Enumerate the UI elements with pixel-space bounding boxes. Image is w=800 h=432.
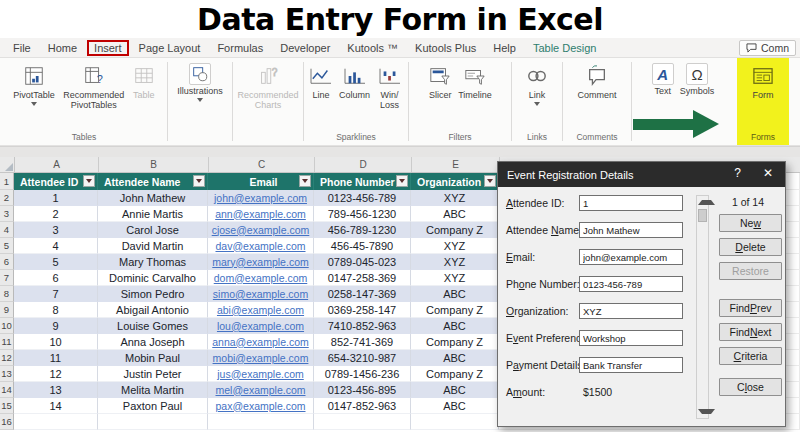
select-all-corner[interactable] xyxy=(0,157,15,172)
cell-email-link[interactable]: ann@example.com xyxy=(208,206,314,222)
comment-button[interactable]: Comment xyxy=(575,62,618,131)
row-number[interactable]: 12 xyxy=(0,350,14,366)
tab-home[interactable]: Home xyxy=(48,42,77,54)
phone-number-input[interactable] xyxy=(579,276,683,292)
row-number[interactable]: 9 xyxy=(0,302,14,318)
cell-phone-number[interactable]: 0369-258-147 xyxy=(314,302,411,318)
new-button[interactable]: New xyxy=(719,214,782,232)
link-button[interactable]: Link xyxy=(523,62,551,131)
cell-organization[interactable]: Company Z xyxy=(411,366,499,382)
illustrations-button[interactable]: Illustrations xyxy=(175,62,225,131)
empty-cell[interactable] xyxy=(314,414,411,430)
cell-attendee-id[interactable]: 14 xyxy=(14,398,98,414)
cell-phone-number[interactable]: 852-741-369 xyxy=(314,334,411,350)
cell-attendee-name[interactable]: Anna Joseph xyxy=(98,334,208,350)
header-organization[interactable]: Organization xyxy=(411,173,499,190)
column-header-c[interactable]: C xyxy=(209,157,315,172)
cell-attendee-id[interactable]: 7 xyxy=(14,286,98,302)
cell-phone-number[interactable]: 654-3210-987 xyxy=(314,350,411,366)
comments-panel-button[interactable]: Comn xyxy=(739,40,796,56)
symbols-button[interactable]: Ω Symbols xyxy=(678,62,717,131)
empty-cell[interactable] xyxy=(208,414,314,430)
organization-input[interactable] xyxy=(579,303,683,319)
timeline-button[interactable]: Timeline xyxy=(456,62,494,131)
header-email[interactable]: Email xyxy=(208,173,314,190)
tab-insert[interactable]: Insert xyxy=(87,40,129,56)
cell-attendee-name[interactable]: Melita Martin xyxy=(98,382,208,398)
cell-attendee-id[interactable]: 1 xyxy=(14,190,98,206)
cell-organization[interactable]: Company Z xyxy=(411,334,499,350)
cell-email-link[interactable]: mobi@example.com xyxy=(208,350,314,366)
tab-help[interactable]: Help xyxy=(493,42,516,54)
cell-attendee-name[interactable]: Louise Gomes xyxy=(98,318,208,334)
line-sparkline-button[interactable]: Line xyxy=(307,62,335,131)
criteria-button[interactable]: Criteria xyxy=(719,347,782,365)
filter-dropdown-icon[interactable] xyxy=(484,175,496,187)
cell-email-link[interactable]: cjose@example.com xyxy=(208,222,314,238)
row-number[interactable]: 11 xyxy=(0,334,14,350)
cell-phone-number[interactable]: 0789-045-023 xyxy=(314,254,411,270)
slicer-button[interactable]: Slicer xyxy=(426,62,454,131)
row-number[interactable]: 15 xyxy=(0,398,14,414)
cell-organization[interactable]: ABC xyxy=(411,206,499,222)
cell-attendee-id[interactable]: 13 xyxy=(14,382,98,398)
close-button[interactable]: Close xyxy=(719,378,782,396)
cell-phone-number[interactable]: 0789-1456-236 xyxy=(314,366,411,382)
tab-page-layout[interactable]: Page Layout xyxy=(139,42,201,54)
cell-organization[interactable]: ABC xyxy=(411,318,499,334)
tab-kutools[interactable]: Kutools ™ xyxy=(347,42,398,54)
header-attendee-name[interactable]: Attendee Name xyxy=(98,173,208,190)
row-number[interactable]: 7 xyxy=(0,270,14,286)
column-header-e[interactable]: E xyxy=(412,157,500,172)
table-button[interactable]: Table xyxy=(131,62,157,131)
cell-organization[interactable]: ABC xyxy=(411,350,499,366)
cell-attendee-id[interactable]: 11 xyxy=(14,350,98,366)
pivottable-button[interactable]: PivotTable xyxy=(11,62,57,131)
cell-organization[interactable]: ABC xyxy=(411,398,499,414)
cell-email-link[interactable]: mary@example.com xyxy=(208,254,314,270)
cell-phone-number[interactable]: 0123-456-895 xyxy=(314,382,411,398)
winloss-sparkline-button[interactable]: Win/ Loss xyxy=(374,62,405,131)
tab-file[interactable]: File xyxy=(13,42,31,54)
cell-attendee-name[interactable]: Mobin Paul xyxy=(98,350,208,366)
tab-table-design[interactable]: Table Design xyxy=(533,42,597,54)
column-header-a[interactable]: A xyxy=(15,157,99,172)
filter-dropdown-icon[interactable] xyxy=(193,175,205,187)
cell-email-link[interactable]: jus@example.com xyxy=(208,366,314,382)
cell-attendee-id[interactable]: 9 xyxy=(14,318,98,334)
row-number[interactable]: 6 xyxy=(0,254,14,270)
cell-attendee-id[interactable]: 3 xyxy=(14,222,98,238)
delete-button[interactable]: Delete xyxy=(719,238,782,256)
scroll-down-icon[interactable] xyxy=(698,409,715,414)
row-number[interactable]: 16 xyxy=(0,414,14,430)
cell-attendee-id[interactable]: 5 xyxy=(14,254,98,270)
cell-email-link[interactable]: lou@example.com xyxy=(208,318,314,334)
cell-phone-number[interactable]: 0147-258-369 xyxy=(314,270,411,286)
scroll-thumb[interactable] xyxy=(698,209,707,222)
cell-attendee-name[interactable]: Simon Pedro xyxy=(98,286,208,302)
column-sparkline-button[interactable]: Column xyxy=(337,62,372,131)
cell-organization[interactable]: Company Z xyxy=(411,302,499,318)
row-number[interactable]: 14 xyxy=(0,382,14,398)
row-number[interactable]: 13 xyxy=(0,366,14,382)
attendee-name-input[interactable] xyxy=(579,222,683,238)
cell-attendee-name[interactable]: John Mathew xyxy=(98,190,208,206)
column-header-d[interactable]: D xyxy=(315,157,412,172)
dialog-help-button[interactable]: ? xyxy=(734,166,741,180)
cell-attendee-id[interactable]: 12 xyxy=(14,366,98,382)
header-phone-number[interactable]: Phone Number xyxy=(314,173,411,190)
cell-attendee-name[interactable]: Carol Jose xyxy=(98,222,208,238)
dialog-close-icon[interactable]: ✕ xyxy=(763,166,773,180)
cell-email-link[interactable]: abi@example.com xyxy=(208,302,314,318)
cell-attendee-name[interactable]: Justin Peter xyxy=(98,366,208,382)
restore-button[interactable]: Restore xyxy=(719,262,782,280)
cell-phone-number[interactable]: 0258-147-369 xyxy=(314,286,411,302)
cell-phone-number[interactable]: 0123-456-789 xyxy=(314,190,411,206)
cell-email-link[interactable]: pax@example.com xyxy=(208,398,314,414)
cell-organization[interactable]: Company Z xyxy=(411,222,499,238)
cell-organization[interactable]: XYZ xyxy=(411,270,499,286)
cell-email-link[interactable]: john@example.com xyxy=(208,190,314,206)
cell-attendee-name[interactable]: Abigail Antonio xyxy=(98,302,208,318)
cell-attendee-name[interactable]: Dominic Carvalho xyxy=(98,270,208,286)
cell-organization[interactable]: XYZ xyxy=(411,190,499,206)
